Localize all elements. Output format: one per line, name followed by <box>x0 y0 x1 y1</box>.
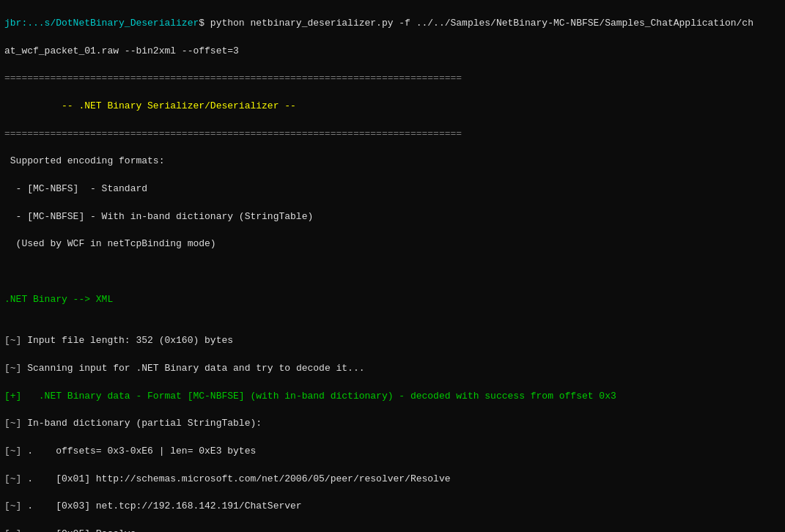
tilde5: [~] <box>4 473 21 484</box>
line-sep1: ========================================… <box>4 72 781 86</box>
sep1: ========================================… <box>4 73 462 84</box>
line-0x03: [~] . [0x03] net.tcp://192.168.142.191/C… <box>4 500 781 514</box>
cmd-text: $ python netbinary_deserializer.py -f ..… <box>199 18 753 29</box>
enc-text: Supported encoding formats: <box>4 155 164 166</box>
line-wcf: (Used by WCF in netTcpBinding mode) <box>4 237 781 251</box>
line-decoded: [+] .NET Binary data - Format [MC-NBFSE]… <box>4 390 781 404</box>
line-title: -- .NET Binary Serializer/Deserializer -… <box>4 100 781 114</box>
line-input-len: [~] Input file length: 352 (0x160) bytes <box>4 334 781 348</box>
mcnbfse-text: - [MC-NBFSE] - With in-band dictionary (… <box>4 211 313 222</box>
ox01-text: . [0x01] http://schemas.microsoft.com/ne… <box>21 473 450 484</box>
net-arrow-text: .NET Binary --> XML <box>4 294 113 305</box>
title-text: -- .NET Binary Serializer/Deserializer -… <box>4 100 296 111</box>
line-offsets: [~] . offsets= 0x3-0xE6 | len= 0xE3 byte… <box>4 445 781 459</box>
line2-text: at_wcf_packet_01.raw --bin2xml --offset=… <box>4 45 239 56</box>
line-enc: Supported encoding formats: <box>4 155 781 169</box>
line-scanning: [~] Scanning input for .NET Binary data … <box>4 362 781 376</box>
tilde2: [~] <box>4 363 27 374</box>
tilde1: [~] <box>4 335 27 346</box>
tilde6: [~] <box>4 500 21 511</box>
tilde4: [~] <box>4 446 21 457</box>
cmd-path: s/DotNetBinary_Deserializer <box>45 18 199 29</box>
ox05-text: . [0x05] Resolve <box>21 528 136 532</box>
line-0x05: [~] . [0x05] Resolve <box>4 528 781 532</box>
scanning-text: Scanning input for .NET Binary data and … <box>27 363 364 374</box>
decoded-text: .NET Binary data - Format [MC-NBFSE] (wi… <box>27 391 616 402</box>
line-mcnbfs: - [MC-NBFS] - Standard <box>4 182 781 196</box>
line-mcnbfse: - [MC-NBFSE] - With in-band dictionary (… <box>4 210 781 224</box>
wcf-text: (Used by WCF in netTcpBinding mode) <box>4 238 216 249</box>
sep2: ========================================… <box>4 128 462 139</box>
tilde7: [~] <box>4 528 21 532</box>
line-sep2: ========================================… <box>4 128 781 141</box>
input-len-text: Input file length: 352 (0x160) bytes <box>27 335 233 346</box>
path-text: jbr:... <box>4 18 45 29</box>
terminal-window: jbr:...s/DotNetBinary_Deserializer$ pyth… <box>0 0 785 532</box>
line-2: at_wcf_packet_01.raw --bin2xml --offset=… <box>4 45 781 59</box>
line-0x01: [~] . [0x01] http://schemas.microsoft.co… <box>4 473 781 487</box>
offsets-text: . offsets= 0x3-0xE6 | len= 0xE3 bytes <box>21 446 256 457</box>
line-inband: [~] In-band dictionary (partial StringTa… <box>4 417 781 431</box>
inband-text: In-band dictionary (partial StringTable)… <box>27 418 262 429</box>
ox03-text: . [0x03] net.tcp://192.168.142.191/ChatS… <box>21 500 301 511</box>
tilde3: [~] <box>4 418 27 429</box>
mcnbfs-text: - [MC-NBFS] - Standard <box>4 183 147 194</box>
plus-marker: [+] <box>4 391 27 402</box>
line-1: jbr:...s/DotNetBinary_Deserializer$ pyth… <box>4 17 781 31</box>
line-net-arrow: .NET Binary --> XML <box>4 293 781 307</box>
